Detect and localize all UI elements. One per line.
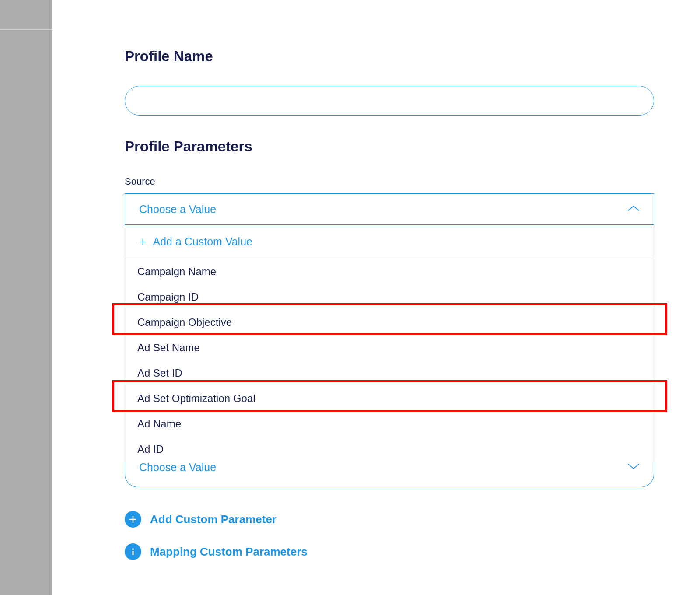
dropdown-option-campaign-id[interactable]: Campaign ID	[125, 284, 654, 310]
dropdown-option-campaign-objective[interactable]: Campaign Objective	[125, 310, 654, 335]
mapping-custom-parameters-link[interactable]: Mapping Custom Parameters	[125, 543, 654, 560]
plus-icon: +	[139, 235, 147, 248]
source-dropdown-trigger[interactable]: Choose a Value	[125, 193, 654, 225]
source-dropdown: Choose a Value + Add a Custom Value Camp…	[125, 193, 654, 487]
dropdown-option-adset-name[interactable]: Ad Set Name	[125, 335, 654, 360]
dropdown-option-adset-id[interactable]: Ad Set ID	[125, 360, 654, 386]
dropdown-option-adset-optimization-goal[interactable]: Ad Set Optimization Goal	[125, 386, 654, 411]
secondary-select-placeholder: Choose a Value	[139, 461, 216, 474]
profile-name-input[interactable]	[125, 86, 654, 116]
add-custom-value-option[interactable]: + Add a Custom Value	[125, 225, 654, 259]
source-label: Source	[125, 176, 654, 187]
dropdown-option-ad-name[interactable]: Ad Name	[125, 411, 654, 437]
source-dropdown-placeholder: Choose a Value	[139, 203, 216, 216]
source-dropdown-panel: + Add a Custom Value Campaign Name Campa…	[125, 225, 654, 462]
svg-point-2	[132, 548, 134, 550]
plus-circle-icon	[125, 511, 141, 528]
add-custom-parameter-link[interactable]: Add Custom Parameter	[125, 511, 654, 528]
add-custom-parameter-label: Add Custom Parameter	[150, 513, 276, 526]
add-custom-value-label: Add a Custom Value	[153, 235, 252, 248]
secondary-select[interactable]: Choose a Value	[125, 462, 654, 487]
sidebar-scrim	[0, 0, 52, 595]
sidebar-divider	[0, 29, 52, 30]
dropdown-option-campaign-name[interactable]: Campaign Name	[125, 259, 654, 284]
chevron-down-icon	[627, 462, 640, 471]
mapping-custom-parameters-label: Mapping Custom Parameters	[150, 545, 308, 559]
svg-rect-3	[132, 551, 133, 555]
profile-parameters-heading: Profile Parameters	[125, 138, 654, 155]
profile-name-heading: Profile Name	[125, 48, 654, 65]
dropdown-option-ad-id[interactable]: Ad ID	[125, 437, 654, 462]
info-circle-icon	[125, 543, 141, 560]
main-content: Profile Name Profile Parameters Source C…	[125, 48, 654, 560]
chevron-up-icon	[627, 205, 640, 213]
